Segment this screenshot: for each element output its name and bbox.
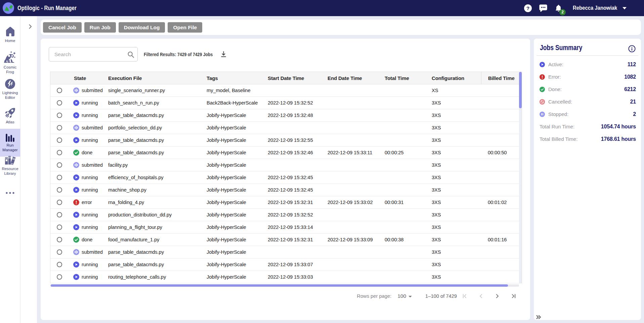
- billed-time-cell: 00:00:50: [481, 150, 522, 155]
- state-label: submitted: [82, 125, 103, 130]
- rows-per-page-label: Rows per page:: [357, 293, 391, 299]
- column-header-end-date-time[interactable]: End Date Time: [328, 75, 385, 81]
- horizontal-scroll-thumb[interactable]: [51, 284, 508, 287]
- state-cell: error: [69, 199, 108, 205]
- row-select-cell: [50, 274, 69, 280]
- sidebar-item-more[interactable]: [0, 192, 20, 194]
- tags-cell: my_model, Baseline: [207, 88, 268, 93]
- sidebar-item-cosmic-frog[interactable]: Cosmic Frog: [0, 50, 20, 74]
- search-input[interactable]: [49, 47, 137, 61]
- execution-file-cell: parse_table_datacmds.py: [108, 249, 207, 255]
- download-results-icon[interactable]: [220, 51, 227, 58]
- tags-cell: Back2Back-HyperScale: [207, 100, 268, 106]
- run-job-button[interactable]: Run Job: [84, 22, 116, 33]
- row-radio[interactable]: [57, 125, 62, 130]
- execution-file-cell: parse_table_datacmds.py: [108, 137, 207, 143]
- jobs-table: StateExecution FileTagsStart Date TimeEn…: [50, 72, 522, 283]
- row-radio[interactable]: [57, 88, 62, 93]
- row-select-cell: [50, 237, 69, 242]
- user-menu-caret-icon[interactable]: [622, 7, 627, 9]
- column-header-total-time[interactable]: Total Time: [385, 75, 432, 81]
- tags-cell: Jobify-HyperScale: [207, 274, 268, 280]
- open-file-button[interactable]: Open File: [168, 22, 202, 33]
- table-row: runningefficiency_of_hospitals.pyJobify-…: [50, 171, 522, 184]
- column-header-billed-time[interactable]: Billed Time: [481, 72, 522, 84]
- running-icon: [73, 100, 79, 106]
- row-radio[interactable]: [57, 162, 62, 168]
- error-icon: [540, 74, 545, 80]
- user-menu[interactable]: Rebecca Janowiak: [573, 0, 617, 16]
- sidebar-item-label: Home: [0, 39, 20, 43]
- summary-stat-label: Done:: [548, 85, 562, 93]
- lightning-editor-icon: [0, 79, 20, 89]
- svg-text:?: ?: [526, 5, 529, 11]
- row-radio[interactable]: [57, 137, 62, 143]
- help-icon[interactable]: ?: [523, 0, 532, 16]
- notification-badge: 2: [559, 9, 566, 15]
- state-label: running: [82, 274, 98, 280]
- sidebar-item-home[interactable]: Home: [0, 26, 20, 43]
- pagination-range: 1–100 of 7429: [425, 293, 457, 299]
- row-radio[interactable]: [57, 212, 62, 217]
- row-radio[interactable]: [57, 225, 62, 230]
- table-body[interactable]: submittedsingle_scenario_runner.pymy_mod…: [50, 84, 522, 283]
- table-vertical-scrollbar[interactable]: [519, 72, 522, 283]
- billed-time-cell: 00:01:16: [481, 237, 522, 242]
- row-select-cell: [50, 100, 69, 106]
- rows-per-page-select[interactable]: 100: [397, 293, 412, 299]
- sidebar: Home Cosmic Frog Lightning Editor Atlas …: [0, 16, 20, 323]
- column-header-tags[interactable]: Tags: [207, 75, 268, 81]
- column-header-execution-file[interactable]: Execution File: [108, 75, 207, 81]
- table-row: errorrna_folding_4.pyJobify-HyperScale20…: [50, 196, 522, 209]
- row-radio[interactable]: [57, 274, 62, 280]
- sidebar-item-label: Resource Library: [0, 167, 20, 176]
- column-header-configuration[interactable]: Configuration: [432, 75, 481, 81]
- last-page-button[interactable]: [505, 290, 521, 302]
- row-radio[interactable]: [57, 200, 62, 205]
- row-radio[interactable]: [57, 100, 62, 106]
- summary-stat-row: Active:112: [534, 60, 641, 69]
- row-radio[interactable]: [57, 175, 62, 180]
- row-radio[interactable]: [57, 237, 62, 242]
- info-icon[interactable]: [628, 45, 636, 52]
- execution-file-cell: facility.py: [108, 162, 207, 168]
- previous-page-button[interactable]: [473, 290, 489, 302]
- download-log-button[interactable]: Download Log: [119, 22, 165, 33]
- row-radio[interactable]: [57, 262, 62, 267]
- row-select-cell: [50, 225, 69, 230]
- cancel-job-button[interactable]: Cancel Job: [43, 22, 82, 33]
- configuration-cell: 3XS: [432, 162, 481, 168]
- first-page-button[interactable]: [457, 290, 473, 302]
- next-page-button[interactable]: [489, 290, 505, 302]
- column-header-state[interactable]: State: [69, 75, 108, 81]
- sidebar-item-lightning-editor[interactable]: Lightning Editor: [0, 79, 20, 100]
- home-icon: [0, 26, 20, 37]
- table-row: runningbatch_search_n_run.pyBack2Back-Hy…: [50, 97, 522, 109]
- row-radio[interactable]: [57, 113, 62, 118]
- filtered-results-text: Filtered Results: 7429 of 7429 Jobs: [144, 47, 213, 62]
- table-horizontal-scrollbar[interactable]: [50, 284, 519, 287]
- row-radio[interactable]: [57, 150, 62, 155]
- state-label: running: [82, 212, 98, 217]
- column-header-start-date-time[interactable]: Start Date Time: [268, 75, 328, 81]
- execution-file-cell: food_manufacture_1.py: [108, 237, 207, 242]
- sidebar-item-atlas[interactable]: Atlas: [0, 107, 20, 125]
- summary-divider: [536, 55, 638, 56]
- row-radio[interactable]: [57, 249, 62, 255]
- start-date-cell: 2022-12-09 15:33:07: [268, 262, 328, 267]
- stopped-icon: [540, 112, 545, 117]
- sidebar-item-resource-library[interactable]: Resource Library: [0, 156, 20, 176]
- vertical-scroll-thumb[interactable]: [519, 72, 522, 108]
- expand-panel-chevron-icon[interactable]: [28, 24, 33, 29]
- running-icon: [540, 62, 545, 67]
- collapse-panel-icon[interactable]: [535, 314, 541, 320]
- sidebar-item-run-manager[interactable]: Run Manager: [0, 129, 20, 157]
- state-cell: running: [69, 274, 108, 280]
- sidebar-item-label: Cosmic Frog: [0, 65, 20, 74]
- execution-file-cell: portfolio_selection_dd.py: [108, 125, 207, 130]
- running-icon: [73, 274, 79, 280]
- summary-stat-label: Stopped:: [548, 110, 568, 118]
- tags-cell: Jobify-HyperScale: [207, 225, 268, 230]
- chat-icon[interactable]: [538, 0, 548, 16]
- row-radio[interactable]: [57, 187, 62, 193]
